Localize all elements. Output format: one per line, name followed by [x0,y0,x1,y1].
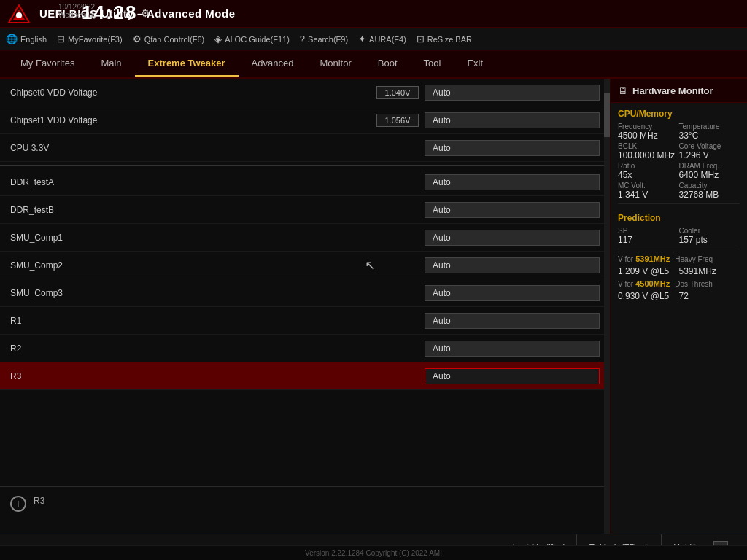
hw-v4500-sublabel: Dos Thresh [675,280,713,288]
hw-frequency-col: Frequency 4500 MHz [618,122,679,141]
setting-r3-value[interactable]: Auto [425,368,600,384]
hw-dramfreq-value: 6400 MHz [679,170,740,180]
hw-v5391-freq: 5391MHz [635,254,670,263]
cpu-memory-section-title: CPU/Memory [611,103,747,122]
rog-logo-icon [7,4,31,24]
hw-temperature-col: Temperature 33°C [679,122,740,141]
description-text: R3 [34,494,44,508]
nav-favorites[interactable]: My Favorites [7,51,88,77]
setting-chipset1[interactable]: Chipset1 VDD Voltage 1.056V Auto [0,106,610,134]
setting-chipset0[interactable]: Chipset0 VDD Voltage 1.040V Auto [0,79,610,106]
setting-smu2[interactable]: SMU_Comp2 ↖ Auto [0,252,610,279]
hw-temperature-value: 33°C [679,131,740,141]
setting-cpu33-label: CPU 3.3V [10,143,425,153]
toolbar-search[interactable]: ? Search(F9) [300,34,348,44]
toolbar-resize-label: ReSize BAR [427,35,472,44]
main-layout: Chipset0 VDD Voltage 1.040V Auto Chipset… [0,79,747,534]
nav-monitor[interactable]: Monitor [306,51,364,77]
setting-ddr-a[interactable]: DDR_testA Auto [0,168,610,196]
hw-cooler-col: Cooler 157 pts [679,227,740,245]
hw-v4500-volt-col: 0.930 V @L5 [618,291,679,301]
hw-v5391-values: 1.209 V @L5 5391MHz [611,265,747,277]
setting-smu1-value[interactable]: Auto [425,230,600,246]
setting-smu3-value[interactable]: Auto [425,285,600,301]
setting-ddr-b[interactable]: DDR_testB Auto [0,196,610,224]
setting-r3[interactable]: R3 Auto [0,362,610,390]
hw-divider [618,203,740,204]
hw-corevolt-value: 1.296 V [679,150,740,160]
hw-cooler-value: 157 pts [679,235,740,245]
nav-extreme[interactable]: Extreme Tweaker [135,51,239,77]
toolbar-search-label: Search(F9) [308,35,348,44]
nav-boot[interactable]: Boot [365,51,411,77]
scrollbar[interactable] [604,79,610,534]
setting-smu2-label: SMU_Comp2 [10,260,425,271]
search-icon: ? [300,34,305,44]
hw-sp-value: 117 [618,235,679,245]
setting-r1-value[interactable]: Auto [425,313,600,329]
hw-v5391-volt-col: 1.209 V @L5 [618,266,679,276]
hw-v5391-volt: 1.209 V @L5 [618,266,679,276]
hw-ratio-row: Ratio 45x DRAM Freq. 6400 MHz [611,161,747,181]
aura-icon: ✦ [358,34,366,44]
toolbar: 🌐 English ⊟ MyFavorite(F3) ⚙ Qfan Contro… [0,28,747,51]
hw-mcvolt-row: MC Volt. 1.341 V Capacity 32768 MB [611,181,747,201]
setting-r1[interactable]: R1 Auto [0,307,610,335]
hw-mcvolt-col: MC Volt. 1.341 V [618,182,679,200]
setting-r2-value[interactable]: Auto [425,341,600,357]
hw-divider2 [618,249,740,249]
nav-tool[interactable]: Tool [411,51,454,77]
setting-r1-label: R1 [10,316,425,326]
nav-main[interactable]: Main [88,51,134,77]
setting-chipset1-value[interactable]: Auto [425,112,600,128]
hw-v4500-thresh-col: 72 [679,291,740,301]
hw-v5391-label: V for [618,255,633,263]
setting-r2[interactable]: R2 Auto [0,335,610,362]
hw-sp-label: SP [618,227,679,235]
toolbar-aioc[interactable]: ◈ AI OC Guide(F11) [214,34,290,44]
hw-frequency-value: 4500 MHz [618,131,679,141]
hw-mcvolt-value: 1.341 V [618,190,679,200]
hw-ratio-col: Ratio 45x [618,162,679,180]
setting-ddr-a-value[interactable]: Auto [425,174,600,190]
gear-icon[interactable]: ⚙ [141,7,150,19]
setting-smu1-label: SMU_Comp1 [10,233,425,243]
setting-chipset0-value[interactable]: Auto [425,85,600,101]
hw-bclk-label: BCLK [618,142,679,150]
toolbar-aioc-label: AI OC Guide(F11) [225,35,290,44]
toolbar-qfan[interactable]: ⚙ Qfan Control(F6) [133,34,205,44]
toolbar-language[interactable]: 🌐 English [6,34,47,44]
hw-sp-col: SP 117 [618,227,679,245]
setting-ddr-b-value[interactable]: Auto [425,202,600,218]
version-bar: Version 2.22.1284 Copyright (C) 2022 AMI [0,545,747,560]
myfavorite-icon: ⊟ [57,34,65,44]
hw-monitor-title: Hardware Monitor [632,85,713,96]
hw-capacity-label: Capacity [679,182,740,190]
toolbar-qfan-label: Qfan Control(F6) [144,35,205,44]
nav-advanced[interactable]: Advanced [239,51,307,77]
hw-v4500-volt: 0.930 V @L5 [618,291,679,301]
setting-r2-label: R2 [10,343,425,354]
content-area: Chipset0 VDD Voltage 1.040V Auto Chipset… [0,79,610,534]
hw-v4500-row: V for 4500MHz Dos Thresh [611,277,747,290]
setting-smu1[interactable]: SMU_Comp1 Auto [0,224,610,252]
hw-v4500-label: V for [618,280,633,288]
toolbar-myfavorite[interactable]: ⊟ MyFavorite(F3) [57,34,123,44]
hw-v4500-thresh: 72 [679,291,740,301]
svg-point-2 [16,12,22,18]
language-icon: 🌐 [6,34,18,44]
hw-mcvolt-label: MC Volt. [618,182,679,190]
setting-smu3[interactable]: SMU_Comp3 Auto [0,279,610,307]
setting-cpu33[interactable]: CPU 3.3V Auto [0,134,610,162]
hw-v5391-freq2: 5391MHz [679,266,740,276]
setting-cpu33-value[interactable]: Auto [425,140,600,156]
header-time-area: 14:28 ⚙ [82,1,150,24]
setting-smu2-value[interactable]: Auto [425,257,600,273]
nav-exit[interactable]: Exit [454,51,496,77]
hw-ratio-label: Ratio [618,162,679,170]
header-time: 14:28 [82,1,138,24]
toolbar-resize[interactable]: ⊡ ReSize BAR [417,34,472,44]
scrollbar-thumb[interactable] [604,93,610,137]
toolbar-aura[interactable]: ✦ AURA(F4) [358,34,406,44]
hw-v4500-freq: 4500MHz [635,279,670,288]
